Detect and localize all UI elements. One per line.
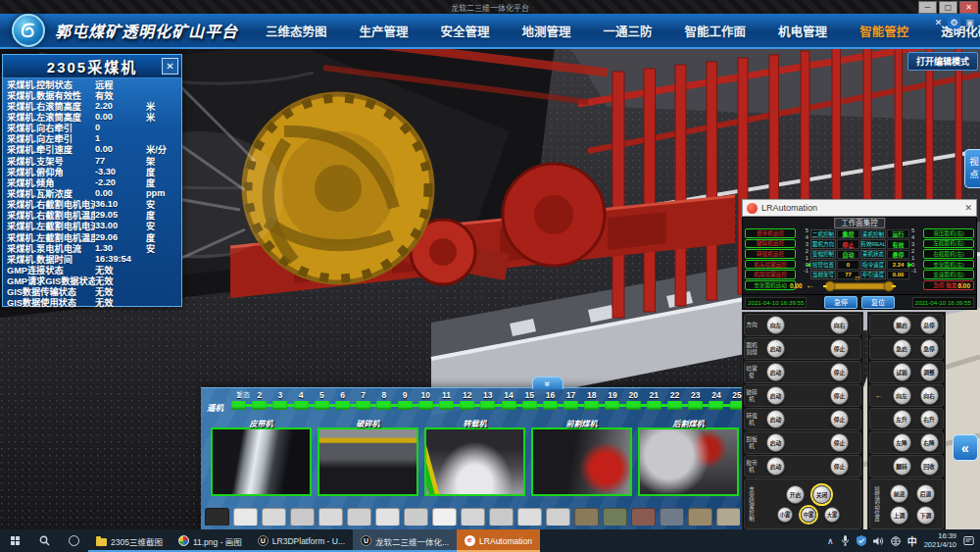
nav-item[interactable]: 智能管控: [859, 22, 908, 40]
control-button[interactable]: 停止: [830, 410, 849, 428]
control-button[interactable]: 右升: [920, 410, 939, 428]
support-status-block[interactable]: [584, 401, 599, 410]
nav-item[interactable]: 生产管理: [360, 22, 409, 40]
support-status-block[interactable]: [730, 401, 742, 410]
support-status-block[interactable]: [294, 401, 309, 410]
camera-feed[interactable]: [424, 427, 525, 496]
nav-item[interactable]: 一通三防: [604, 22, 653, 40]
thumbnail[interactable]: [546, 508, 570, 526]
taskbar-app[interactable]: LRAutomation: [457, 529, 540, 552]
support-status-block[interactable]: [231, 401, 246, 410]
control-button[interactable]: 停止: [830, 339, 849, 358]
support-status-block[interactable]: [418, 401, 433, 410]
control-button[interactable]: 向右: [920, 386, 939, 405]
camera-feed[interactable]: [531, 427, 632, 496]
taskbar-app[interactable]: LR3DPlatform - U...: [250, 529, 353, 552]
microphone-icon[interactable]: [841, 535, 850, 546]
viewpoint-tab[interactable]: 视点: [964, 149, 980, 188]
nav-item[interactable]: 机电管理: [778, 22, 827, 40]
support-status-block[interactable]: [605, 401, 619, 410]
remote-control-button[interactable]: 转载机远控: [745, 249, 796, 259]
support-status-block[interactable]: [376, 401, 391, 410]
ime-indicator[interactable]: 中: [907, 533, 917, 548]
nav-item[interactable]: 安全管理: [441, 22, 490, 40]
remote-control-button[interactable]: 机头喷雾远控: [745, 260, 796, 270]
thumbnail[interactable]: [603, 508, 627, 526]
control-button[interactable]: 左升: [893, 410, 911, 428]
control-button[interactable]: 停止: [830, 433, 849, 452]
tools-icon[interactable]: [932, 17, 945, 28]
network-globe-icon[interactable]: [891, 536, 901, 546]
settings-gear-icon[interactable]: [948, 17, 960, 28]
control-button[interactable]: 回收: [920, 457, 939, 476]
search-icon[interactable]: [29, 529, 59, 552]
thumbnail[interactable]: [489, 508, 514, 526]
arm-back-button[interactable]: 后退: [916, 484, 935, 503]
thumbnail[interactable]: [517, 508, 542, 526]
support-status-block[interactable]: [522, 401, 537, 410]
fullscreen-icon[interactable]: [963, 17, 976, 28]
arm-up-button[interactable]: 上调: [890, 506, 908, 525]
support-status-block[interactable]: [502, 401, 516, 410]
thumbnail[interactable]: [233, 508, 258, 526]
support-status-block[interactable]: [709, 401, 723, 410]
support-status-block[interactable]: [667, 401, 682, 410]
estop-button[interactable]: 急停: [824, 296, 858, 309]
taskbar-app[interactable]: 11.png - 画图: [171, 529, 250, 552]
support-status-block[interactable]: [480, 401, 495, 410]
taskbar-app[interactable]: 2305三维截图: [88, 529, 171, 552]
minimize-button[interactable]: ─: [918, 1, 937, 14]
reset-button[interactable]: 复位: [861, 296, 895, 309]
thumbnail[interactable]: [688, 508, 712, 526]
follow-control-button[interactable]: 右截跟机(右): [923, 249, 974, 259]
support-status-block[interactable]: [688, 401, 703, 410]
control-button[interactable]: 向左: [766, 316, 785, 334]
control-button[interactable]: 启动: [766, 410, 785, 428]
control-button[interactable]: 停止: [830, 386, 849, 405]
support-status-block[interactable]: [460, 401, 474, 410]
control-button[interactable]: 启动: [766, 339, 785, 358]
thumbnail[interactable]: [205, 508, 229, 526]
control-button[interactable]: 右降: [920, 433, 939, 452]
cortana-icon[interactable]: [59, 529, 88, 552]
thumbnail[interactable]: [461, 508, 485, 526]
panel-collapse-chevron-icon[interactable]: [532, 376, 564, 389]
notification-icon[interactable]: [963, 535, 974, 546]
thumbnail[interactable]: [347, 508, 371, 526]
control-button[interactable]: 急启: [893, 339, 911, 358]
volume-icon[interactable]: [873, 536, 884, 546]
thumbnail[interactable]: [716, 508, 740, 526]
taskbar-clock[interactable]: 16:39 2021/4/10: [924, 532, 956, 549]
thumbnail[interactable]: [631, 508, 656, 526]
nav-item[interactable]: 三维态势图: [266, 22, 327, 40]
control-button[interactable]: 启动: [766, 433, 785, 452]
arm-down-button[interactable]: 下调: [916, 506, 935, 525]
control-button[interactable]: 停止: [830, 363, 849, 381]
camera-feed[interactable]: [211, 427, 312, 496]
edit-mode-button[interactable]: 打开编辑模式: [907, 52, 978, 71]
panel-close-icon[interactable]: ✕: [162, 58, 178, 75]
control-button[interactable]: 启动: [766, 363, 785, 381]
control-button[interactable]: 急停: [920, 339, 939, 358]
support-status-block[interactable]: [335, 401, 350, 410]
camera-feed[interactable]: [318, 427, 418, 496]
support-status-block[interactable]: [647, 401, 662, 410]
support-status-block[interactable]: [564, 401, 578, 410]
control-button[interactable]: 向右: [830, 316, 849, 334]
lr-close-icon[interactable]: ✕: [964, 203, 972, 213]
spray-large-button[interactable]: 大雾: [824, 507, 840, 523]
camera-feed[interactable]: [638, 427, 739, 496]
nav-item[interactable]: 地测管理: [522, 22, 571, 40]
control-button[interactable]: 调整: [920, 363, 939, 381]
support-status-block[interactable]: [439, 401, 454, 410]
support-status-block[interactable]: [272, 401, 287, 410]
control-button[interactable]: 向左: [893, 386, 911, 405]
security-shield-icon[interactable]: [857, 535, 866, 546]
shearer-glyph-icon[interactable]: [821, 280, 898, 292]
thumbnail[interactable]: [432, 508, 457, 526]
tray-expand-icon[interactable]: ∧: [827, 536, 834, 546]
thumbnail[interactable]: [375, 508, 400, 526]
follow-control-button[interactable]: 支架跟机(右): [923, 260, 974, 270]
thumbnail[interactable]: [574, 508, 599, 526]
start-button[interactable]: [0, 529, 29, 552]
